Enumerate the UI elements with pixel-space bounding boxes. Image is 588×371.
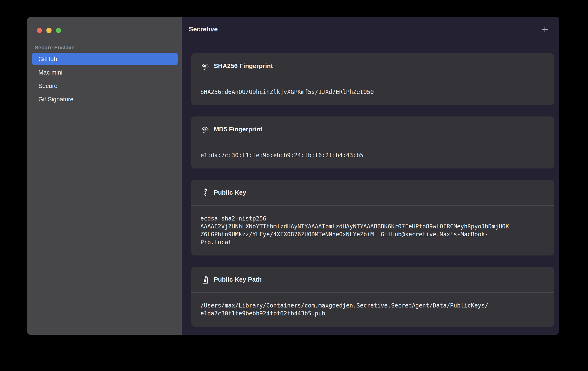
- fingerprint-icon: [200, 62, 210, 70]
- sha256-fingerprint-value: SHA256:d6AnOU/UDhcihZlkjvXGPKmf5s/1JXd7E…: [191, 79, 554, 105]
- close-button[interactable]: [37, 28, 42, 33]
- sidebar-item-label: GitHub: [38, 56, 57, 62]
- sidebar-item-github[interactable]: GitHub: [32, 53, 178, 65]
- sidebar-item-label: Git Signature: [38, 96, 74, 103]
- sidebar-section-label: Secure Enclave: [35, 45, 74, 51]
- secretive-window: Secure Enclave GitHub Mac mini Secure Gi…: [27, 17, 559, 335]
- page-title: Secretive: [189, 26, 218, 33]
- card-public-key: Public Key ecdsa-sha2-nistp256 AAAAE2VjZ…: [191, 180, 554, 255]
- card-title: SHA256 Fingerprint: [214, 62, 273, 70]
- key-icon: [200, 188, 210, 197]
- main-pane: Secretive: [182, 17, 559, 335]
- card-title: Public Key Path: [214, 276, 262, 283]
- fingerprint-icon: [200, 125, 210, 133]
- value-line: AAAAE2VjZHNhLXNoYTItbmlzdHAyNTYAAAAIbmlz…: [200, 223, 545, 231]
- value-line: Pro.local: [200, 239, 545, 246]
- sidebar-key-list: GitHub Mac mini Secure Git Signature: [32, 53, 178, 106]
- key-detail-panel: SHA256 Fingerprint SHA256:d6AnOU/UDhcihZ…: [182, 42, 559, 335]
- main-header: Secretive: [182, 17, 559, 42]
- value-line: Z6LGPhln9UMkzz/YLFye/4XFX0876ZU0DMTeNNhe…: [200, 231, 545, 239]
- card-header: SHA256 Fingerprint: [191, 53, 554, 79]
- card-md5-fingerprint: MD5 Fingerprint e1:da:7c:30:f1:fe:9b:eb:…: [191, 117, 554, 169]
- public-key-value: ecdsa-sha2-nistp256 AAAAE2VjZHNhLXNoYTIt…: [191, 206, 554, 255]
- sidebar-item-label: Mac mini: [38, 69, 63, 76]
- zoom-button[interactable]: [56, 28, 61, 33]
- value-line: e1:da:7c:30:f1:fe:9b:eb:b9:24:fb:f6:2f:b…: [200, 151, 545, 159]
- plus-icon: [540, 25, 549, 34]
- card-public-key-path: Public Key Path /Users/max/Library/Conta…: [191, 267, 554, 327]
- value-line: SHA256:d6AnOU/UDhcihZlkjvXGPKmf5s/1JXd7E…: [200, 88, 545, 96]
- sidebar-item-git-signature[interactable]: Git Signature: [32, 93, 178, 105]
- sidebar-item-label: Secure: [38, 82, 57, 89]
- sidebar-item-mac-mini[interactable]: Mac mini: [32, 66, 178, 79]
- public-key-path-value: /Users/max/Library/Containers/com.maxgoe…: [191, 293, 554, 327]
- minimize-button[interactable]: [46, 28, 52, 33]
- card-title: Public Key: [214, 189, 246, 196]
- traffic-lights: [37, 28, 61, 33]
- card-title: MD5 Fingerprint: [214, 126, 262, 133]
- card-header: MD5 Fingerprint: [191, 117, 554, 142]
- sidebar-item-secure[interactable]: Secure: [32, 80, 178, 92]
- card-sha256-fingerprint: SHA256 Fingerprint SHA256:d6AnOU/UDhcihZ…: [191, 53, 554, 105]
- doc-lock-icon: [200, 275, 210, 284]
- md5-fingerprint-value: e1:da:7c:30:f1:fe:9b:eb:b9:24:fb:f6:2f:b…: [191, 142, 554, 169]
- sidebar: Secure Enclave GitHub Mac mini Secure Gi…: [27, 17, 182, 335]
- value-line: ecdsa-sha2-nistp256: [200, 215, 545, 223]
- card-header: Public Key: [191, 180, 554, 206]
- value-line: /Users/max/Library/Containers/com.maxgoe…: [200, 302, 545, 310]
- value-line: e1da7c30f1fe9bebb924fbf62fb443b5.pub: [200, 310, 545, 318]
- add-key-button[interactable]: [539, 24, 550, 35]
- card-header: Public Key Path: [191, 267, 554, 293]
